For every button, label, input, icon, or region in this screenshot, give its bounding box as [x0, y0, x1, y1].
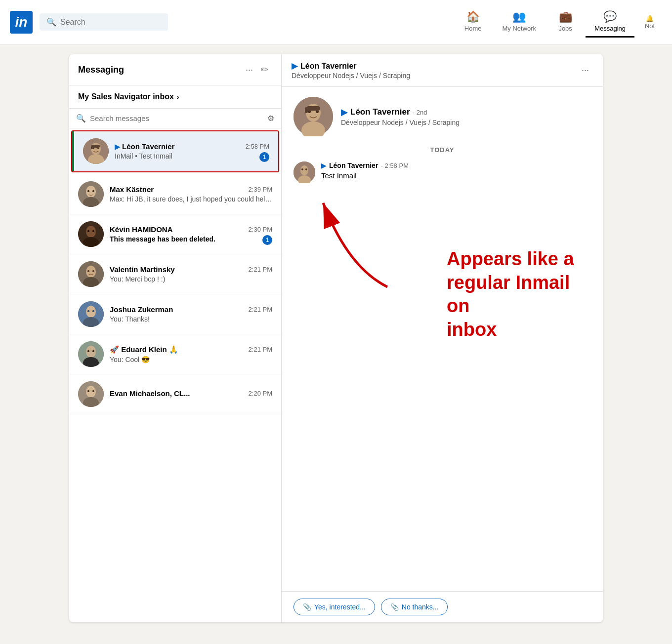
svg-point-15 — [87, 230, 89, 232]
svg-point-33 — [86, 386, 96, 398]
linkedin-logo[interactable]: in — [10, 11, 33, 34]
svg-point-35 — [87, 390, 89, 392]
message-time: · 2:58 PM — [381, 162, 409, 169]
nav-network-label: My Network — [503, 25, 537, 32]
nav-home-label: Home — [464, 25, 482, 32]
nav-item-messaging[interactable]: 💬 Messaging — [586, 6, 634, 38]
svg-point-21 — [92, 270, 94, 272]
annotation-area: Appears like a regular Inmail on inbox — [294, 188, 591, 346]
filter-icon[interactable]: ⚙ — [267, 114, 274, 123]
main-content: Messaging ··· ✏ My Sales Navigator inbox… — [0, 44, 672, 632]
logo-text: in — [15, 14, 28, 30]
conversation-item-joshua[interactable]: Joshua Zukerman 2:21 PM You: Thanks! — [69, 294, 281, 334]
conv-info-max: Max Kästner 2:39 PM Max: Hi JB, it sure … — [110, 185, 272, 203]
conversation-item-leon[interactable]: ▶ Léon Tavernier 2:58 PM InMail • Test I… — [72, 131, 278, 171]
nav-item-home[interactable]: 🏠 Home — [456, 6, 491, 38]
svg-rect-42 — [306, 106, 320, 111]
clip-icon-yes: 📎 — [303, 603, 311, 611]
top-navigation: in 🔍 🏠 Home 👥 My Network 💼 Jobs 💬 Messag… — [0, 0, 672, 44]
nav-items: 🏠 Home 👥 My Network 💼 Jobs 💬 Messaging 🔔… — [456, 6, 662, 38]
avatar-face-evan — [78, 381, 104, 407]
conv-name-row-joshua: Joshua Zukerman 2:21 PM — [110, 305, 272, 314]
svg-point-18 — [86, 266, 96, 278]
jobs-icon: 💼 — [559, 10, 572, 23]
conversation-item-kevin[interactable]: Kévin HAMIDONA 2:30 PM This message has … — [69, 214, 281, 254]
nav-messaging-label: Messaging — [594, 25, 626, 32]
message-sender-avatar-svg — [294, 161, 315, 183]
avatar-face-kevin — [78, 221, 104, 247]
conversation-item-valentin[interactable]: Valentin Martinsky 2:21 PM You: Merci bc… — [69, 254, 281, 294]
svg-point-30 — [87, 350, 89, 352]
svg-point-23 — [86, 306, 96, 318]
conv-name-row-valentin: Valentin Martinsky 2:21 PM — [110, 265, 272, 274]
conv-time-valentin: 2:21 PM — [249, 266, 272, 273]
conv-name-leon: ▶ Léon Tavernier — [115, 142, 174, 151]
conv-name-joshua: Joshua Zukerman — [110, 305, 173, 314]
search-messages-input[interactable] — [90, 114, 263, 122]
profile-avatar-large — [294, 97, 333, 136]
conv-time-kevin: 2:30 PM — [249, 226, 272, 233]
conv-name-row-evan: Evan Michaelson, CL... 2:20 PM — [110, 389, 272, 398]
messaging-more-button[interactable]: ··· — [242, 63, 257, 77]
svg-point-10 — [87, 190, 89, 192]
svg-point-36 — [92, 390, 94, 392]
message-sender-avatar — [294, 161, 315, 183]
conv-preview-valentin: You: Merci bcp ! :) — [110, 275, 272, 283]
avatar-face-leon — [83, 138, 109, 164]
avatar-face-joshua — [78, 301, 104, 327]
conversation-item-eduard[interactable]: 🚀 Eduard Klein 🙏 2:21 PM You: Cool 😎 — [69, 334, 281, 374]
svg-point-48 — [305, 168, 307, 170]
svg-rect-5 — [92, 145, 100, 148]
clip-icon-no: 📎 — [390, 603, 399, 611]
svg-point-26 — [92, 310, 94, 312]
conv-preview-max: Max: Hi JB, it sure does, I just hoped y… — [110, 195, 272, 203]
conv-name-row-leon: ▶ Léon Tavernier 2:58 PM — [115, 142, 269, 151]
chat-header-info: ▶ Léon Tavernier Développeur Nodejs / Vu… — [292, 61, 578, 80]
svg-rect-6 — [91, 145, 93, 149]
left-panel: Messaging ··· ✏ My Sales Navigator inbox… — [69, 54, 282, 622]
conv-name-evan: Evan Michaelson, CL... — [110, 389, 190, 398]
svg-point-31 — [92, 350, 94, 352]
search-icon: 🔍 — [46, 17, 56, 27]
chat-more-button[interactable]: ··· — [578, 63, 593, 78]
conv-name-valentin: Valentin Martinsky — [110, 265, 175, 274]
nav-item-jobs[interactable]: 💼 Jobs — [548, 6, 583, 38]
search-bar[interactable]: 🔍 — [40, 13, 168, 31]
home-icon: 🏠 — [466, 10, 480, 23]
search-input[interactable] — [60, 18, 161, 27]
avatar-eduard — [78, 341, 104, 367]
conv-info-leon: ▶ Léon Tavernier 2:58 PM InMail • Test I… — [115, 142, 269, 160]
quick-reply-yes-button[interactable]: 📎 Yes, interested... — [294, 599, 375, 615]
notifications-icon: 🔔 — [646, 15, 654, 22]
avatar-valentin — [78, 261, 104, 287]
nav-item-notifications[interactable]: 🔔 Not — [637, 11, 662, 34]
quick-reply-no-button[interactable]: 📎 No thanks... — [381, 599, 448, 615]
conv-name-row-kevin: Kévin HAMIDONA 2:30 PM — [110, 225, 272, 234]
nav-item-network[interactable]: 👥 My Network — [494, 6, 546, 38]
chevron-right-icon: › — [177, 93, 179, 101]
conv-info-joshua: Joshua Zukerman 2:21 PM You: Thanks! — [110, 305, 272, 323]
quick-reply-no-label: No thanks... — [402, 603, 439, 611]
search-messages-icon: 🔍 — [76, 114, 86, 123]
conv-time-leon: 2:58 PM — [246, 143, 269, 150]
message-bubble-area: ▶ Léon Tavernier · 2:58 PM Test Inmail — [321, 161, 591, 180]
conv-preview-eduard: You: Cool 😎 — [110, 356, 272, 363]
sales-navigator-inbox-link[interactable]: My Sales Navigator inbox › — [69, 85, 281, 109]
today-divider: TODAY — [294, 146, 591, 154]
inmail-icon-header: ▶ — [292, 61, 297, 71]
conv-preview-leon: InMail • Test Inmail — [115, 152, 269, 160]
conversation-item-evan[interactable]: Evan Michaelson, CL... 2:20 PM — [69, 374, 281, 414]
network-icon: 👥 — [512, 10, 526, 23]
avatar-kevin — [78, 221, 104, 247]
chat-header: ▶ Léon Tavernier Développeur Nodejs / Vu… — [282, 54, 603, 87]
conversation-item-max[interactable]: Max Kästner 2:39 PM Max: Hi JB, it sure … — [69, 174, 281, 214]
conv-time-eduard: 2:21 PM — [249, 346, 272, 353]
messaging-icon: 💬 — [603, 10, 617, 23]
avatar-face-valentin — [78, 261, 104, 287]
svg-point-11 — [92, 190, 94, 192]
message-sender-line: ▶ Léon Tavernier · 2:58 PM — [321, 161, 591, 169]
nav-notifications-label: Not — [645, 22, 655, 30]
compose-button[interactable]: ✏ — [257, 62, 272, 77]
annotation-text: Appears like a regular Inmail on inbox — [447, 247, 591, 341]
conv-info-evan: Evan Michaelson, CL... 2:20 PM — [110, 389, 272, 399]
